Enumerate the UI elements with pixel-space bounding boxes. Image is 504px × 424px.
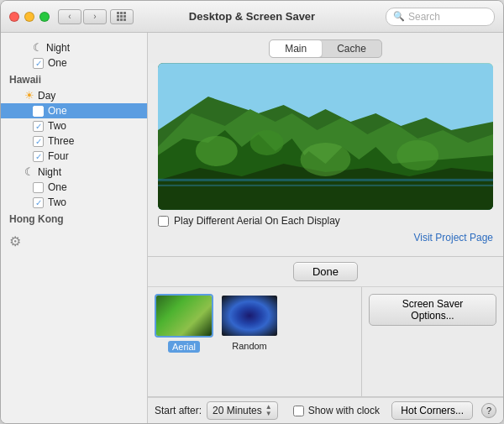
- search-box[interactable]: 🔍 Search: [386, 8, 495, 26]
- window-title: Desktop & Screen Saver: [189, 10, 315, 23]
- sidebar-item-day-header[interactable]: ☀ Day: [1, 87, 147, 103]
- done-row: Done: [148, 257, 503, 287]
- sidebar-item-pre-one[interactable]: ✓ One: [1, 55, 147, 71]
- random-label: Random: [232, 341, 267, 351]
- svg-rect-8: [123, 18, 126, 21]
- day-four-checkbox[interactable]: ✓: [33, 151, 44, 162]
- night2-one-label: One: [48, 181, 67, 193]
- done-button[interactable]: Done: [293, 262, 358, 281]
- night-icon-1: ☾: [33, 41, 43, 54]
- day-one-label: One: [48, 105, 67, 117]
- svg-rect-1: [120, 12, 123, 14]
- preview-area: Play Different Aerial On Each Display Vi…: [148, 63, 503, 256]
- night-label-1: Night: [46, 42, 70, 54]
- svg-point-19: [301, 143, 351, 176]
- start-after-select[interactable]: 20 Minutes ▲ ▼: [207, 401, 278, 420]
- titlebar: ‹ › Desktop & Screen Saver 🔍 Search: [1, 1, 503, 33]
- sidebar-item-night2-one[interactable]: One: [1, 180, 147, 195]
- sidebar-item-day-two[interactable]: ✓ Two: [1, 118, 147, 133]
- svg-rect-5: [123, 15, 126, 18]
- day-icon: ☀: [24, 89, 34, 102]
- day-two-checkbox[interactable]: ✓: [33, 121, 44, 132]
- tab-cache[interactable]: Cache: [322, 40, 381, 57]
- svg-rect-3: [117, 15, 119, 18]
- traffic-lights: [9, 12, 50, 22]
- show-clock-checkbox[interactable]: [293, 406, 304, 416]
- day-three-label: Three: [48, 135, 74, 147]
- svg-rect-15: [158, 179, 493, 181]
- pre-one-checkbox[interactable]: ✓: [33, 58, 44, 69]
- sidebar-item-night-header-1[interactable]: ☾ Night: [1, 39, 147, 55]
- aerial-checkbox[interactable]: [158, 216, 169, 227]
- day-four-label: Four: [48, 150, 69, 162]
- svg-rect-6: [117, 18, 119, 21]
- hot-corners-button[interactable]: Hot Corners...: [391, 401, 473, 420]
- back-button[interactable]: ‹: [58, 9, 81, 24]
- pre-one-label: One: [48, 57, 67, 69]
- svg-rect-16: [158, 185, 493, 186]
- sidebar: ☾ Night ✓ One Hawaii ☀ Day ✓ One ✓: [1, 33, 148, 423]
- close-button[interactable]: [9, 12, 19, 22]
- aerial-checkbox-label: Play Different Aerial On Each Display: [174, 215, 340, 227]
- forward-button[interactable]: ›: [83, 9, 107, 24]
- svg-point-18: [250, 130, 284, 155]
- search-placeholder: Search: [408, 11, 440, 23]
- sidebar-item-day-three[interactable]: ✓ Three: [1, 133, 147, 149]
- svg-point-20: [396, 140, 438, 170]
- full-bottom: Aerial Random Screen Saver Options...: [148, 287, 503, 396]
- content: ☾ Night ✓ One Hawaii ☀ Day ✓ One ✓: [1, 33, 503, 423]
- screensaver-random[interactable]: Random: [220, 294, 279, 351]
- gear-icon[interactable]: ⚙: [9, 233, 21, 249]
- preview-image: [158, 63, 493, 210]
- section-hawaii: Hawaii: [1, 71, 147, 87]
- night2-two-label: Two: [48, 196, 66, 208]
- visit-project-link[interactable]: Visit Project Page: [158, 232, 493, 247]
- start-after-value: 20 Minutes: [213, 405, 262, 416]
- show-clock-row: Show with clock: [293, 405, 380, 416]
- start-after-row: Start after: 20 Minutes ▲ ▼ Show with cl…: [148, 397, 503, 423]
- svg-rect-4: [120, 15, 123, 18]
- select-arrows: ▲ ▼: [265, 404, 272, 417]
- svg-rect-2: [123, 12, 126, 14]
- grid-button[interactable]: [110, 9, 134, 24]
- help-button[interactable]: ?: [481, 403, 496, 418]
- night-icon-2: ☾: [24, 165, 34, 178]
- aerial-thumbnail[interactable]: [155, 294, 213, 338]
- aerial-label: Aerial: [168, 341, 200, 353]
- ss-options-panel: Screen Saver Options...: [362, 287, 503, 396]
- svg-point-17: [196, 136, 238, 166]
- tabs-row: Main Cache: [148, 33, 503, 63]
- tab-group: Main Cache: [269, 39, 382, 58]
- sidebar-item-night2-two[interactable]: ✓ Two: [1, 195, 147, 210]
- screensaver-list: Aerial Random: [148, 287, 362, 396]
- section-hong-kong: Hong Kong: [1, 210, 147, 227]
- sidebar-item-day-four[interactable]: ✓ Four: [1, 149, 147, 164]
- aerial-checkbox-row: Play Different Aerial On Each Display: [158, 215, 493, 227]
- minimize-button[interactable]: [24, 12, 34, 22]
- sidebar-item-day-one[interactable]: ✓ One: [1, 103, 147, 118]
- svg-rect-7: [120, 18, 123, 21]
- sidebar-item-night-header-2[interactable]: ☾ Night: [1, 164, 147, 180]
- day-three-checkbox[interactable]: ✓: [33, 136, 44, 147]
- day-one-checkbox[interactable]: ✓: [33, 106, 44, 117]
- start-after-label: Start after:: [155, 405, 202, 416]
- night2-two-checkbox[interactable]: ✓: [33, 197, 44, 208]
- night-label-2: Night: [38, 166, 61, 178]
- bottom-panel: Done Aerial: [148, 256, 503, 423]
- show-clock-label: Show with clock: [308, 405, 380, 416]
- right-panel: Main Cache: [148, 33, 503, 423]
- screensaver-aerial[interactable]: Aerial: [155, 294, 213, 353]
- night2-one-checkbox[interactable]: [33, 182, 44, 193]
- window: ‹ › Desktop & Screen Saver 🔍 Search: [0, 0, 504, 424]
- tab-main[interactable]: Main: [270, 40, 322, 57]
- day-header-label: Day: [38, 90, 55, 102]
- nav-buttons: ‹ ›: [58, 9, 107, 24]
- gear-row: ⚙: [1, 227, 147, 256]
- search-icon: 🔍: [393, 11, 405, 22]
- svg-rect-0: [117, 12, 119, 14]
- day-two-label: Two: [48, 120, 66, 132]
- screen-saver-options-button[interactable]: Screen Saver Options...: [369, 294, 496, 326]
- random-thumbnail[interactable]: [220, 294, 279, 338]
- maximize-button[interactable]: [39, 12, 50, 22]
